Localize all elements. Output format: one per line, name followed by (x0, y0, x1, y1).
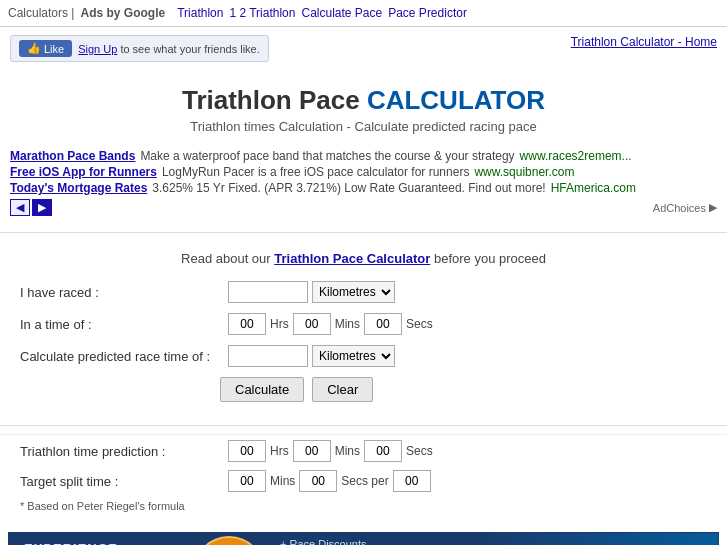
like-label: Like (44, 43, 64, 55)
nav-link-pace-predictor[interactable]: Pace Predictor (388, 6, 467, 20)
prediction-label: Triathlon time prediction : (20, 444, 220, 459)
pred-mins-input[interactable] (293, 440, 331, 462)
fb-bar: 👍 Like Sign Up to see what your friends … (0, 27, 727, 70)
read-about-suffix: before you proceed (430, 251, 546, 266)
ad-link-3[interactable]: Today's Mortgage Rates (10, 181, 147, 195)
triathlon-home-link[interactable]: Triathlon Calculator - Home (571, 35, 717, 49)
ad-desc-1: Make a waterproof pace band that matches… (140, 149, 514, 163)
ad-row-3: Today's Mortgage Rates 3.625% 15 Yr Fixe… (10, 181, 717, 195)
ad-prev-arrow[interactable]: ◀ (10, 199, 30, 216)
ad-link-1[interactable]: Marathon Pace Bands (10, 149, 135, 163)
results-divider (0, 425, 727, 426)
race-time-label: In a time of : (20, 317, 220, 332)
ad-benefits: + Race Discounts + Deals on Sports Gear … (280, 538, 585, 545)
ad-url-2: www.squibner.com (474, 165, 574, 179)
race-distance-label: I have raced : (20, 285, 220, 300)
split-per-input[interactable] (393, 470, 431, 492)
ad-nav-arrows: ◀ ▶ (10, 199, 52, 216)
title-plain: Triathlon Pace (182, 85, 367, 115)
pred-hrs-input[interactable] (228, 440, 266, 462)
predict-distance-input-group: Kilometres Miles (228, 345, 395, 367)
pred-hrs-label: Hrs (270, 444, 289, 458)
ad-experience: EXPERIENCE (24, 541, 178, 545)
ad-row-1: Marathon Pace Bands Make a waterproof pa… (10, 149, 717, 163)
fb-like-box: 👍 Like Sign Up to see what your friends … (10, 35, 269, 62)
ad-choices-icon: ▶ (709, 201, 717, 214)
hrs-label: Hrs (270, 317, 289, 331)
calc-buttons: Calculate Clear (220, 377, 707, 402)
pred-secs-input[interactable] (364, 440, 402, 462)
race-time-row: In a time of : Hrs Mins Secs (20, 313, 707, 335)
bottom-ad-banner[interactable]: EXPERIENCE THE PREMIUM MEMBERSHIP OF act… (8, 532, 719, 545)
ad-desc-3: 3.625% 15 Yr Fixed. (APR 3.721%) Low Rat… (152, 181, 545, 195)
ad-choices: AdChoices ▶ (653, 201, 717, 214)
ad-next-arrow[interactable]: ▶ (32, 199, 52, 216)
main-header: Triathlon Pace CALCULATOR Triathlon time… (0, 70, 727, 139)
split-label: Target split time : (20, 474, 220, 489)
ad-benefit-1: + Race Discounts (280, 538, 585, 545)
predict-distance-label: Calculate predicted race time of : (20, 349, 220, 364)
race-time-input-group: Hrs Mins Secs (228, 313, 433, 335)
mins-label: Mins (335, 317, 360, 331)
split-row: Target split time : Mins Secs per (20, 470, 707, 492)
race-distance-row: I have raced : Kilometres Miles (20, 281, 707, 303)
split-mins-input[interactable] (228, 470, 266, 492)
split-secs-per-label: Secs per (341, 474, 388, 488)
ad-nav-row: ◀ ▶ AdChoices ▶ (10, 199, 717, 216)
subtitle: Triathlon times Calculation - Calculate … (0, 119, 727, 134)
title-highlight: CALCULATOR (367, 85, 545, 115)
calculators-label: Calculators | (8, 6, 74, 20)
pred-mins-label: Mins (335, 444, 360, 458)
split-input-group: Mins Secs per (228, 470, 431, 492)
clear-button[interactable]: Clear (312, 377, 373, 402)
race-mins-input[interactable] (293, 313, 331, 335)
read-about-link[interactable]: Triathlon Pace Calculator (274, 251, 430, 266)
ads-by-google-link[interactable]: Ads by Google (80, 6, 165, 20)
ad-circle: FREE 30-DAY TRIAL (193, 536, 265, 545)
nav-link-calculate-pace[interactable]: Calculate Pace (301, 6, 382, 20)
read-about-prefix: Read about our (181, 251, 274, 266)
prediction-row: Triathlon time prediction : Hrs Mins Sec… (20, 440, 707, 462)
split-mins-label: Mins (270, 474, 295, 488)
ad-url-3: HFAmerica.com (551, 181, 636, 195)
read-about: Read about our Triathlon Pace Calculator… (20, 251, 707, 266)
ad-link-2[interactable]: Free iOS App for Runners (10, 165, 157, 179)
formula-note: * Based on Peter Riegel's formula (20, 500, 707, 512)
race-distance-unit-select[interactable]: Kilometres Miles (312, 281, 395, 303)
top-nav: Calculators | Ads by Google Triathlon 1 … (0, 0, 727, 27)
calculate-button[interactable]: Calculate (220, 377, 304, 402)
race-distance-input[interactable] (228, 281, 308, 303)
results-section: Triathlon time prediction : Hrs Mins Sec… (0, 434, 727, 522)
race-secs-input[interactable] (364, 313, 402, 335)
ad-section: Marathon Pace Bands Make a waterproof pa… (0, 139, 727, 224)
race-distance-input-group: Kilometres Miles (228, 281, 395, 303)
pred-secs-label: Secs (406, 444, 433, 458)
split-secs-input[interactable] (299, 470, 337, 492)
fb-signup-text: Sign Up to see what your friends like. (78, 43, 260, 55)
ad-choices-label: AdChoices (653, 202, 706, 214)
predict-distance-unit-select[interactable]: Kilometres Miles (312, 345, 395, 367)
nav-link-12triathlon[interactable]: 1 2 Triathlon (229, 6, 295, 20)
fb-signup-link[interactable]: Sign Up (78, 43, 117, 55)
prediction-input-group: Hrs Mins Secs (228, 440, 433, 462)
secs-label: Secs (406, 317, 433, 331)
ad-text-block: EXPERIENCE THE PREMIUM MEMBERSHIP OF act… (24, 541, 178, 545)
ad-url-1: www.races2remem... (520, 149, 632, 163)
calculator-section: Read about our Triathlon Pace Calculator… (0, 241, 727, 417)
ad-row-2: Free iOS App for Runners LogMyRun Pacer … (10, 165, 717, 179)
ad-desc-2: LogMyRun Pacer is a free iOS pace calcul… (162, 165, 469, 179)
race-hrs-input[interactable] (228, 313, 266, 335)
divider (0, 232, 727, 233)
thumb-icon: 👍 (27, 42, 41, 55)
predict-distance-row: Calculate predicted race time of : Kilom… (20, 345, 707, 367)
predict-distance-input[interactable] (228, 345, 308, 367)
like-button[interactable]: 👍 Like (19, 40, 72, 57)
main-title: Triathlon Pace CALCULATOR (0, 85, 727, 116)
nav-link-triathlon[interactable]: Triathlon (177, 6, 223, 20)
